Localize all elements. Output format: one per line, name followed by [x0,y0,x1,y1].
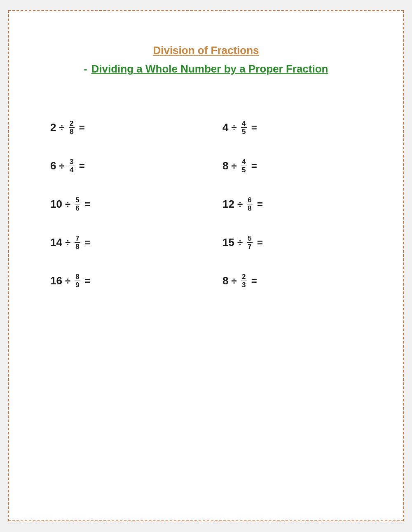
division-symbol: ÷ [231,122,236,134]
fraction: 2 3 [241,273,247,288]
denominator: 5 [241,166,247,173]
problem-cell: 14 ÷ 7 8 = [34,223,206,262]
problem-expression: 8 ÷ 4 5 = [222,158,257,173]
numerator: 4 [241,158,247,166]
equals-sign: = [251,275,257,287]
whole-number: 14 [50,236,62,249]
division-symbol: ÷ [59,160,64,172]
equals-sign: = [251,122,257,134]
fraction: 3 4 [69,158,75,173]
main-title: Division of Fractions [153,44,259,57]
denominator: 6 [75,204,80,212]
problem-expression: 4 ÷ 4 5 = [222,120,257,135]
denominator: 5 [241,128,247,135]
whole-number: 15 [222,236,234,249]
worksheet-page: Division of Fractions - Dividing a Whole… [8,10,404,521]
whole-number: 10 [50,198,62,211]
numerator: 2 [241,273,247,281]
problem-expression: 15 ÷ 5 7 = [222,235,263,250]
division-symbol: ÷ [65,199,70,210]
division-symbol: ÷ [231,160,236,172]
whole-number: 4 [222,121,228,134]
whole-number: 16 [50,274,62,287]
numerator: 6 [247,197,253,204]
denominator: 9 [75,281,80,288]
equals-sign: = [257,199,263,210]
problem-cell: 8 ÷ 2 3 = [206,262,378,300]
problem-cell: 4 ÷ 4 5 = [206,108,378,147]
equals-sign: = [257,237,263,248]
division-symbol: ÷ [231,275,236,287]
problem-expression: 14 ÷ 7 8 = [50,235,91,250]
numerator: 7 [75,235,80,243]
denominator: 8 [247,204,253,212]
problem-cell: 10 ÷ 5 6 = [34,185,206,223]
problem-expression: 12 ÷ 6 8 = [222,197,263,212]
problem-expression: 8 ÷ 2 3 = [222,273,257,288]
whole-number: 2 [50,121,56,134]
numerator: 8 [75,273,80,281]
division-symbol: ÷ [237,199,243,210]
problem-cell: 15 ÷ 5 7 = [206,223,378,262]
whole-number: 12 [222,198,234,211]
problem-cell: 8 ÷ 4 5 = [206,147,378,185]
problem-expression: 6 ÷ 3 4 = [50,158,85,173]
whole-number: 6 [50,159,56,172]
fraction: 5 7 [247,235,253,250]
header: Division of Fractions - Dividing a Whole… [34,44,378,75]
problem-cell: 12 ÷ 6 8 = [206,185,378,223]
denominator: 8 [69,128,75,135]
numerator: 5 [75,197,80,204]
division-symbol: ÷ [237,237,243,248]
denominator: 4 [69,166,75,173]
denominator: 3 [241,281,247,288]
numerator: 2 [69,120,75,128]
problems-grid: 2 ÷ 2 8 = 4 ÷ 4 5 = 6 ÷ [34,108,378,300]
subtitle-row: - Dividing a Whole Number by a Proper Fr… [34,63,378,75]
fraction: 7 8 [75,235,80,250]
numerator: 5 [247,235,253,243]
problem-cell: 6 ÷ 3 4 = [34,147,206,185]
subtitle-dash: - [84,63,87,75]
division-symbol: ÷ [59,122,64,134]
equals-sign: = [79,160,85,172]
equals-sign: = [85,275,91,287]
problem-cell: 2 ÷ 2 8 = [34,108,206,147]
problem-expression: 2 ÷ 2 8 = [50,120,85,135]
division-symbol: ÷ [65,237,70,248]
equals-sign: = [85,237,91,248]
problem-cell: 16 ÷ 8 9 = [34,262,206,300]
subtitle: Dividing a Whole Number by a Proper Frac… [91,63,328,75]
problem-expression: 16 ÷ 8 9 = [50,273,91,288]
division-symbol: ÷ [65,275,70,287]
whole-number: 8 [222,274,228,287]
fraction: 6 8 [247,197,253,212]
numerator: 3 [69,158,75,166]
equals-sign: = [251,160,257,172]
problem-expression: 10 ÷ 5 6 = [50,197,91,212]
fraction: 4 5 [241,120,247,135]
fraction: 2 8 [69,120,75,135]
whole-number: 8 [222,159,228,172]
fraction: 4 5 [241,158,247,173]
equals-sign: = [85,199,91,210]
fraction: 5 6 [75,197,80,212]
denominator: 7 [247,243,253,250]
fraction: 8 9 [75,273,80,288]
numerator: 4 [241,120,247,128]
equals-sign: = [79,122,85,134]
denominator: 8 [75,243,80,250]
